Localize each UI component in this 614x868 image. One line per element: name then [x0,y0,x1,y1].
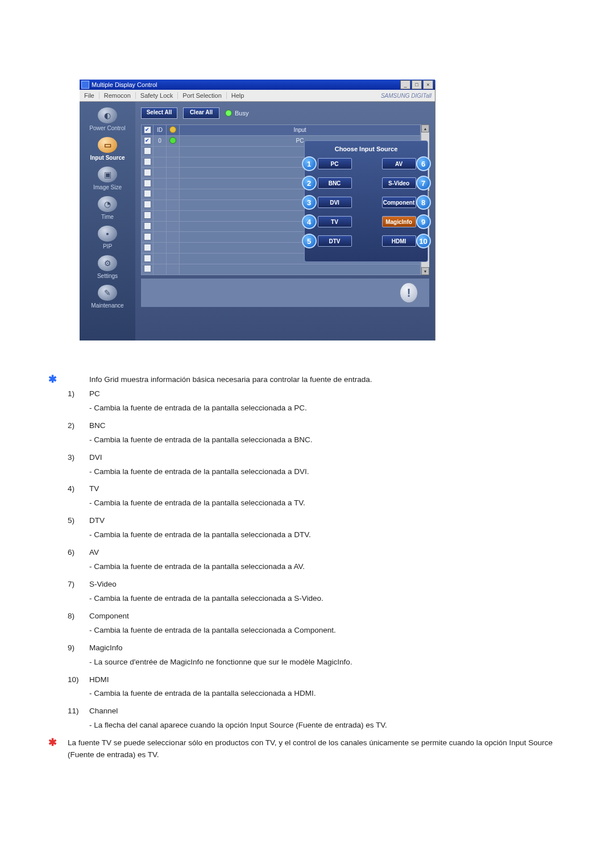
star-icon: ✱ [48,374,68,384]
doc-item-title: Channel [89,705,566,717]
sidebar-item-power-control[interactable]: ◐ Power Control [80,105,135,135]
brand-label: SAMSUNG DIGITall [381,93,432,99]
callout-1: 1 [302,156,317,171]
row-checkbox[interactable] [144,169,151,176]
title-bar: Multiple Display Control _ □ × [80,80,435,90]
window-title: Multiple Display Control [92,81,157,88]
callout-3: 3 [302,195,317,210]
busy-indicator: Busy [225,110,248,117]
power-icon: ◐ [98,107,117,123]
doc-item-number: 6) [68,547,89,559]
sidebar-item-time[interactable]: ◔ Time [80,194,135,223]
doc-item-title: MagicInfo [89,642,566,654]
sidebar-item-settings[interactable]: ⚙ Settings [80,253,135,283]
footer-bar: ! [141,279,429,307]
mdc-app-window: Multiple Display Control _ □ × File Remo… [80,80,435,340]
document-body: ✱ Info Grid muestra información básica n… [48,374,566,761]
col-status [167,125,180,136]
source-btn-tv[interactable]: TV [318,216,352,227]
clear-all-button[interactable]: Clear All [183,107,219,119]
input-source-icon: ▭ [98,137,117,153]
source-btn-magicinfo[interactable]: MagicInfo [382,216,416,227]
doc-item-desc: La source d'entrée de MagicInfo ne fonct… [89,657,566,668]
doc-item: 6)AV [48,547,566,559]
doc-item: 7)S-Video [48,579,566,591]
col-input: Input [180,125,421,136]
doc-item-desc: Cambia la fuente de entrada de la pantal… [89,529,566,541]
sidebar-item-input-source[interactable]: ▭ Input Source [80,135,135,164]
row-checkbox[interactable] [144,211,151,219]
sidebar-item-image-size[interactable]: ▣ Image Size [80,164,135,194]
callout-9: 9 [416,214,431,229]
menu-remocon[interactable]: Remocon [99,92,136,99]
menu-file[interactable]: File [80,92,99,99]
doc-item: 5)DTV [48,515,566,527]
source-btn-component[interactable]: Component [382,197,416,208]
doc-item: 10)HDMI [48,674,566,686]
sidebar: ◐ Power Control ▭ Input Source ▣ Image S… [80,102,135,340]
doc-item-desc: Cambia la fuente de entrada de la pantal… [89,561,566,573]
row-checkbox[interactable] [144,222,151,230]
settings-icon: ⚙ [98,255,117,271]
source-btn-bnc[interactable]: BNC [318,177,352,189]
menu-help[interactable]: Help [227,92,249,99]
row-checkbox[interactable] [144,255,151,262]
callout-10: 10 [416,234,431,248]
row-checkbox[interactable] [144,137,151,144]
source-btn-hdmi[interactable]: HDMI [382,235,416,247]
doc-item-number: 1) [68,388,89,400]
sidebar-item-label: Power Control [80,125,135,131]
row-checkbox[interactable] [144,180,151,187]
doc-item-title: S-Video [89,579,566,591]
col-check [142,125,154,136]
window-minimize-button[interactable]: _ [400,80,410,89]
row-checkbox[interactable] [144,265,151,272]
row-checkbox[interactable] [144,147,151,155]
scroll-down-icon[interactable]: ▾ [421,267,429,275]
doc-item-number: 4) [68,483,89,495]
sidebar-item-pip[interactable]: ▪ PIP [80,223,135,253]
doc-item-desc: Cambia la fuente de entrada de la pantal… [89,688,566,700]
doc-item: 1)PC [48,388,566,400]
sidebar-item-label: PIP [80,243,135,250]
doc-item-title: HDMI [89,674,566,686]
menu-bar: File Remocon Safety Lock Port Selection … [80,90,435,102]
busy-label: Busy [235,110,248,117]
doc-item-title: AV [89,547,566,559]
header-checkbox[interactable] [144,126,151,134]
doc-item-desc: Cambia la fuente de entrada de la pantal… [89,593,566,605]
window-close-button[interactable]: × [423,80,433,89]
doc-item-number: 5) [68,515,89,527]
row-checkbox[interactable] [144,244,151,251]
row-checkbox[interactable] [144,201,151,208]
row-checkbox[interactable] [144,158,151,165]
select-all-button[interactable]: Select All [141,107,177,119]
row-checkbox[interactable] [144,190,151,197]
source-btn-pc[interactable]: PC [318,158,352,169]
table-row[interactable] [142,264,421,275]
source-btn-dvi[interactable]: DVI [318,197,352,208]
app-icon [81,81,89,89]
scroll-up-icon[interactable]: ▴ [421,124,429,132]
callout-6: 6 [416,156,431,171]
callout-8: 8 [416,195,431,210]
source-btn-svideo[interactable]: S-Video [382,177,416,189]
doc-item-number: 10) [68,674,89,686]
doc-item-title: PC [89,388,566,400]
doc-item: 2)BNC [48,420,566,432]
pip-icon: ▪ [98,226,117,242]
window-maximize-button[interactable]: □ [412,80,422,89]
sidebar-item-maintenance[interactable]: ✎ Maintenance [80,283,135,312]
main-area: Select All Clear All Busy ID Input [135,102,435,340]
sidebar-item-label: Image Size [80,184,135,190]
doc-item-title: Component [89,610,566,622]
alert-icon: ! [400,283,418,303]
callout-4: 4 [302,214,317,229]
source-btn-dtv[interactable]: DTV [318,235,352,247]
row-checkbox[interactable] [144,233,151,240]
source-btn-av[interactable]: AV [382,158,416,169]
callout-2: 2 [302,176,317,190]
status-dot-icon [169,137,176,144]
menu-safety-lock[interactable]: Safety Lock [136,92,178,99]
menu-port-selection[interactable]: Port Selection [178,92,226,99]
